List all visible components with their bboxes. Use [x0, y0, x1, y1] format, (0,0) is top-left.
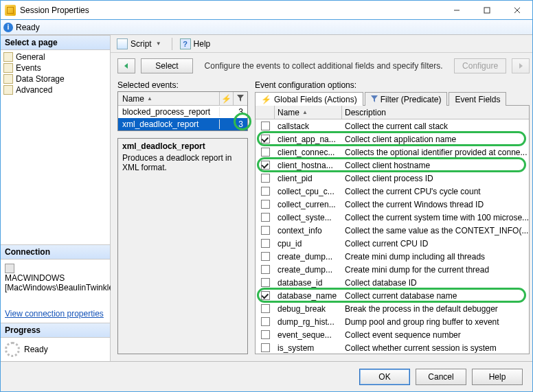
field-row[interactable]: client_app_na...Collect client applicati… [256, 132, 529, 146]
field-checkbox[interactable] [261, 265, 270, 274]
server-icon [5, 264, 14, 273]
field-row[interactable]: event_seque...Collect event sequence num… [256, 328, 529, 341]
field-name: callstack [275, 122, 342, 131]
field-checkbox[interactable] [261, 161, 270, 170]
selected-events-label: Selected events: [117, 79, 248, 91]
field-checkbox[interactable] [261, 317, 270, 326]
event-name: blocked_process_report [118, 107, 220, 117]
help-label: Help [194, 39, 211, 49]
field-row[interactable]: client_connec...Collects the optional id… [256, 146, 529, 159]
selected-event-row[interactable]: xml_deadlock_report3 [118, 118, 247, 130]
nav-next-button[interactable] [512, 58, 530, 73]
field-row[interactable]: cpu_idCollect current CPU ID [256, 237, 529, 250]
tab-filter[interactable]: Filter (Predicate) [365, 92, 448, 106]
field-name: collect_syste... [275, 213, 342, 222]
svg-marker-4 [371, 95, 378, 102]
field-name: database_name [275, 291, 342, 301]
field-checkbox[interactable] [261, 343, 270, 352]
event-description-panel: xml_deadlock_report Produces a deadlock … [117, 138, 248, 354]
field-desc: Collect client application name [342, 135, 529, 144]
configure-button[interactable]: Configure [454, 58, 506, 73]
field-row[interactable]: collect_curren...Collect the current Win… [256, 198, 529, 211]
footer: OK Cancel Help [1, 361, 532, 391]
tab-event-fields[interactable]: Event Fields [449, 92, 506, 106]
field-checkbox[interactable] [261, 213, 270, 222]
close-button[interactable] [502, 1, 532, 20]
field-checkbox[interactable] [261, 174, 270, 183]
script-button[interactable]: Script ▼ [115, 37, 166, 51]
sort-caret-icon: ▲ [147, 95, 152, 102]
filter-icon [237, 94, 244, 104]
ok-button[interactable]: OK [359, 369, 410, 385]
field-checkbox[interactable] [261, 135, 270, 143]
help-button[interactable]: Help [472, 369, 523, 385]
instructions-text: Configure the events to collect addition… [199, 61, 449, 71]
titlebar: Session Properties [1, 1, 532, 20]
page-item-data-storage[interactable]: Data Storage [2, 73, 109, 84]
view-connection-link[interactable]: View connection properties [5, 309, 104, 319]
page-icon [3, 63, 13, 73]
field-row[interactable]: create_dump...Create mini dump for the c… [256, 263, 529, 276]
field-name: collect_curren... [275, 200, 342, 209]
field-row[interactable]: is_systemCollect whether current session… [256, 341, 529, 354]
field-row[interactable]: context_infoCollect the same value as th… [256, 224, 529, 237]
sort-caret-icon: ▲ [302, 109, 308, 115]
field-desc: Create mini dump including all threads [342, 252, 529, 262]
field-row[interactable]: database_nameCollect current database na… [256, 289, 529, 302]
tab-global-fields[interactable]: ⚡ Global Fields (Actions) [255, 92, 363, 106]
page-item-general[interactable]: General [2, 51, 109, 62]
field-checkbox[interactable] [261, 148, 270, 157]
event-count: 3 [220, 119, 247, 129]
field-name: client_app_na... [275, 135, 342, 144]
field-name: client_pid [275, 174, 342, 183]
page-icon [3, 52, 13, 62]
fields-header-desc[interactable]: Description [342, 106, 529, 119]
event-config-label: Event configuration options: [255, 79, 530, 91]
field-name: client_hostna... [275, 161, 342, 170]
fields-header: Name ▲ Description [256, 106, 529, 119]
help-button[interactable]: Help [178, 37, 216, 51]
field-row[interactable]: create_dump...Create mini dump including… [256, 250, 529, 263]
field-checkbox[interactable] [261, 278, 270, 287]
minimize-button[interactable] [442, 1, 472, 20]
page-icon [3, 85, 13, 95]
field-checkbox[interactable] [261, 187, 270, 196]
field-checkbox[interactable] [261, 330, 270, 339]
progress-head: Progress [1, 323, 110, 338]
field-row[interactable]: client_hostna...Collect client hostname [256, 159, 529, 172]
cancel-button[interactable]: Cancel [416, 369, 466, 385]
select-button[interactable]: Select [141, 58, 193, 73]
maximize-button[interactable] [472, 1, 502, 20]
page-item-advanced[interactable]: Advanced [2, 84, 109, 95]
field-name: event_seque... [275, 330, 342, 340]
field-checkbox[interactable] [261, 200, 270, 209]
field-row[interactable]: database_idCollect database ID [256, 276, 529, 289]
fields-header-name[interactable]: Name ▲ [275, 106, 342, 119]
field-checkbox[interactable] [261, 239, 270, 248]
select-page-head: Select a page [1, 35, 110, 50]
field-checkbox[interactable] [261, 304, 270, 313]
lightning-icon: ⚡ [261, 95, 271, 104]
field-row[interactable]: collect_syste...Collect the current syst… [256, 211, 529, 224]
field-row[interactable]: debug_breakBreak the process in the defa… [256, 302, 529, 315]
svg-marker-3 [237, 95, 244, 102]
field-checkbox[interactable] [261, 291, 270, 300]
nav-prev-button[interactable] [117, 58, 135, 73]
field-row[interactable]: client_pidCollect client process ID [256, 172, 529, 185]
fields-grid[interactable]: Name ▲ Description callstackCollect the … [255, 106, 530, 354]
field-desc: Collect the current Windows thread ID [342, 200, 529, 209]
field-checkbox[interactable] [261, 252, 270, 261]
field-checkbox[interactable] [261, 226, 270, 235]
field-row[interactable]: callstackCollect the current call stack [256, 119, 529, 132]
field-checkbox[interactable] [261, 122, 270, 130]
field-row[interactable]: collect_cpu_c...Collect the current CPU'… [256, 185, 529, 198]
page-item-events[interactable]: Events [2, 62, 109, 73]
progress-text: Ready [24, 345, 48, 354]
field-row[interactable]: dump_rg_hist...Dump pool and group ring … [256, 315, 529, 328]
selected-events-header: Name ▲ ⚡ [118, 92, 247, 106]
selected-event-row[interactable]: blocked_process_report3 [118, 106, 247, 118]
header-action-col[interactable]: ⚡ [220, 92, 234, 105]
header-name-col[interactable]: Name ▲ [118, 92, 220, 105]
field-name: create_dump... [275, 252, 342, 262]
header-filter-col[interactable] [234, 92, 247, 105]
